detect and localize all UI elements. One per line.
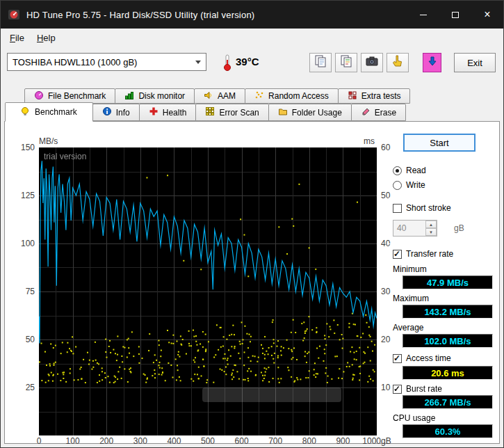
gauge-icon (34, 90, 44, 102)
chevron-down-icon (195, 61, 201, 64)
axis-tick-label: 300 (133, 436, 147, 446)
app-icon (8, 8, 20, 21)
stepper-up-button[interactable]: ▲ (425, 221, 437, 228)
eraser-icon (361, 106, 371, 118)
tab-label: AAM (218, 91, 236, 101)
axis-tick-label: 50 (26, 335, 35, 344)
write-radio[interactable] (393, 181, 402, 190)
tab-row-primary: Benchmark Info Health Error Scan Folder … (5, 104, 406, 121)
axis-tick-label: 500 (201, 436, 215, 446)
minimize-button[interactable] (407, 1, 439, 29)
axis-tick-label: 125 (21, 191, 35, 200)
tab-disk-monitor[interactable]: Disk monitor (115, 88, 195, 104)
tab-row-secondary: File Benchmark Disk monitor AAM Random A… (24, 88, 410, 104)
copy-text-button[interactable] (335, 53, 357, 72)
minimize-icon (420, 15, 427, 15)
menu-file[interactable]: File (3, 30, 31, 46)
start-button[interactable]: Start (403, 134, 475, 152)
tab-error-scan[interactable]: Error Scan (195, 104, 268, 121)
grid-icon (348, 90, 357, 102)
access-time-label: Access time (406, 353, 451, 363)
tab-health[interactable]: Health (139, 104, 197, 121)
x-axis-ticks: 01002003004005006007008009001000gB (39, 436, 377, 446)
toolbar: TOSHIBA HDWL110 (1000 gB) 39°C Exit (1, 47, 503, 88)
folder-icon (278, 106, 288, 118)
short-stroke-checkbox[interactable] (393, 204, 402, 213)
tab-label: Error Scan (219, 108, 259, 118)
tab-label: Erase (375, 108, 396, 118)
combo-dropdown-button[interactable] (190, 54, 206, 70)
axis-tick-label: 50 (381, 191, 390, 200)
copy-screenshot-icon (314, 54, 327, 71)
axis-tick-label: 20 (381, 335, 390, 344)
save-screenshot-button[interactable] (361, 53, 383, 72)
context-help-button[interactable] (387, 53, 409, 72)
burst-rate-checkbox[interactable] (393, 385, 402, 394)
read-radio-row[interactable]: Read (393, 166, 426, 175)
tab-extra-tests[interactable]: Extra tests (338, 88, 411, 104)
toolbar-buttons (309, 53, 441, 72)
short-stroke-label: Short stroke (406, 203, 451, 213)
maximize-button[interactable] (439, 1, 471, 29)
short-stroke-value[interactable]: 40 (393, 221, 425, 236)
tab-aam[interactable]: AAM (194, 88, 245, 104)
tab-file-benchmark[interactable]: File Benchmark (24, 88, 115, 104)
tab-random-access[interactable]: Random Access (245, 88, 339, 104)
tab-benchmark[interactable]: Benchmark (5, 102, 93, 122)
save-results-button[interactable] (423, 53, 441, 72)
menu-help[interactable]: Help (31, 30, 62, 46)
tab-label: Random Access (268, 91, 329, 101)
read-radio[interactable] (393, 166, 402, 175)
axis-tick-label: 75 (26, 287, 35, 296)
download-icon (427, 56, 438, 70)
axis-tick-label: 800 (302, 436, 316, 446)
access-time-checkbox[interactable] (393, 354, 402, 363)
burst-rate-row[interactable]: Burst rate (393, 384, 442, 394)
menu-file-rest: ile (15, 33, 24, 43)
tab-info[interactable]: Info (92, 104, 140, 121)
average-value: 102.0 MB/s (403, 334, 493, 348)
stepper-down-button[interactable]: ▼ (425, 228, 437, 236)
y-left-axis-title: MB/s (39, 136, 58, 146)
axis-tick-label: 1000gB (362, 436, 391, 446)
short-stroke-stepper[interactable]: 40 ▲ ▼ (393, 220, 437, 237)
bar-chart-icon (124, 90, 134, 102)
tab-erase[interactable]: Erase (351, 104, 406, 121)
window-title: HD Tune Pro 5.75 - Hard Disk/SSD Utility… (26, 10, 254, 20)
axis-tick-label: 100 (21, 239, 35, 248)
short-stroke-row[interactable]: Short stroke (393, 203, 451, 213)
axis-tick-label: 30 (381, 287, 390, 296)
lamp-icon (21, 106, 31, 118)
average-label: Average (393, 323, 423, 333)
burst-rate-value: 266.7 MB/s (403, 395, 493, 409)
access-time-row[interactable]: Access time (393, 353, 451, 363)
axis-tick-label: 900 (336, 436, 350, 446)
benchmark-panel: MB/s ms 150125100755025 605040302010 010… (4, 121, 500, 444)
write-radio-row[interactable]: Write (393, 180, 425, 190)
transfer-rate-row[interactable]: Transfer rate (393, 249, 453, 259)
separator (389, 243, 494, 244)
maximum-value: 143.2 MB/s (403, 305, 493, 319)
scatter-dots-icon (254, 90, 264, 102)
drive-select-combobox[interactable]: TOSHIBA HDWL110 (1000 gB) (7, 53, 206, 71)
transfer-rate-checkbox[interactable] (393, 250, 402, 259)
copy-screenshot-button[interactable] (309, 53, 332, 72)
y-left-axis-ticks: 150125100755025 (5, 147, 37, 435)
axis-tick-label: 100 (66, 436, 80, 446)
maximize-icon (452, 12, 459, 18)
pointer-hand-icon (391, 54, 405, 71)
axis-tick-label: 10 (381, 383, 390, 392)
transfer-rate-label: Transfer rate (406, 249, 453, 259)
exit-button[interactable]: Exit (454, 53, 496, 72)
info-icon (102, 106, 112, 118)
tab-label: Benchmark (35, 107, 77, 117)
title-bar[interactable]: HD Tune Pro 5.75 - Hard Disk/SSD Utility… (1, 1, 503, 29)
close-icon: × (484, 9, 490, 20)
tab-folder-usage[interactable]: Folder Usage (268, 104, 352, 121)
camera-icon (365, 54, 379, 71)
menu-file-accel: F (10, 33, 15, 43)
axis-tick-label: 700 (268, 436, 282, 446)
axis-tick-label: 600 (235, 436, 249, 446)
write-radio-label: Write (406, 180, 425, 190)
close-button[interactable]: × (471, 1, 503, 29)
